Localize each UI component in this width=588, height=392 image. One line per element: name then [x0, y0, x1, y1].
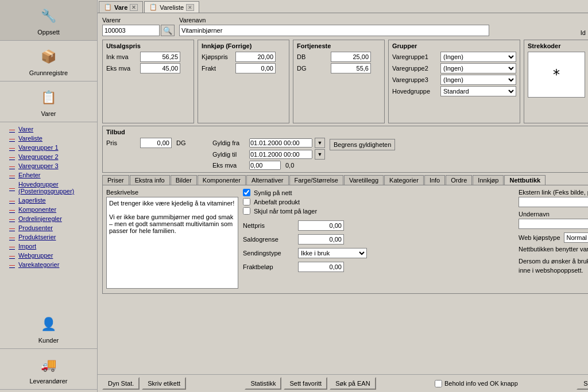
- anbefalt-checkbox[interactable]: [243, 198, 250, 205]
- eks-mva-input[interactable]: [140, 63, 180, 73]
- beskrivelse-textarea[interactable]: Det trenger ikke være kjedelig å ta vita…: [106, 197, 238, 289]
- gyldig-fra-input[interactable]: [249, 138, 312, 148]
- tab-nettbutikk[interactable]: Nettbutikk: [504, 175, 546, 185]
- saldogrense-input[interactable]: [298, 234, 344, 244]
- varenavn-input[interactable]: [179, 25, 489, 36]
- ink-mva-input[interactable]: [140, 52, 180, 62]
- skriv-etikett-button[interactable]: Skriv etikett: [142, 377, 186, 390]
- anbefalt-label: Anbefalt produkt: [254, 199, 300, 205]
- ink-mva-label: Ink mva: [106, 53, 138, 60]
- gyldig-til-row: Gyldig til ▼: [212, 149, 325, 160]
- dg-input[interactable]: [331, 63, 371, 73]
- sidebar-section-varer[interactable]: 📋 Varer: [0, 81, 97, 122]
- dyn-stat-button[interactable]: Dyn Stat.: [102, 377, 140, 390]
- sidebar-section-kunder[interactable]: 👤 Kunder: [0, 308, 97, 349]
- tab-alternativer[interactable]: Alternativer: [246, 175, 289, 185]
- grunnregistre-label: Grunnregistre: [29, 69, 68, 76]
- db-input[interactable]: [331, 52, 371, 62]
- varenr-search-button[interactable]: 🔍: [161, 25, 175, 36]
- tab-vareliste[interactable]: 📋 Vareliste ✕: [144, 1, 199, 13]
- sidebar-item-ordrelinjeregler[interactable]: Ordrelinjeregler: [0, 214, 97, 223]
- sidebar-item-produsenter[interactable]: Produsenter: [0, 223, 97, 232]
- db-label: DB: [297, 53, 328, 60]
- sidebar-section-oppsett[interactable]: 🔧 Oppsett: [0, 0, 97, 41]
- sidebar-item-varegrupper2[interactable]: Varegrupper 2: [0, 152, 97, 161]
- eks-mva-tilbud-label: Eks mva: [212, 162, 247, 169]
- fraktbelop-label: Fraktbeløp: [243, 263, 295, 270]
- strekkoder-title: Strekkoder: [528, 42, 588, 49]
- tab-info[interactable]: Info: [424, 175, 445, 185]
- tab-komponenter[interactable]: Komponenter: [198, 175, 246, 185]
- sidebar-item-hovedgrupper[interactable]: Hovedgrupper (Posteringsgrupper): [0, 180, 97, 196]
- varegruppe3-select[interactable]: (Ingen): [440, 75, 516, 85]
- nettpris-row: Nettpris: [243, 220, 514, 231]
- gyldig-til-input[interactable]: [249, 150, 312, 159]
- varenr-input[interactable]: [102, 25, 160, 36]
- sidebar-item-vareliste[interactable]: Vareliste: [0, 134, 97, 143]
- tab-innkjop[interactable]: Innkjøp: [473, 175, 504, 185]
- tab-priser[interactable]: Priser: [102, 175, 129, 185]
- saldogrense-row: Saldogrense: [243, 234, 514, 244]
- undernavn-input[interactable]: [519, 219, 588, 229]
- sidebar-item-varer[interactable]: Varer: [0, 125, 97, 134]
- tab-bilder[interactable]: Bilder: [171, 175, 197, 185]
- sidebar-item-webgrupper[interactable]: Webgrupper: [0, 251, 97, 260]
- tab-vareliste-label: Vareliste: [160, 4, 184, 11]
- grunnregistre-icon: 📦: [37, 45, 60, 68]
- panel-fortjeneste: Fortjeneste DB DG: [293, 40, 385, 123]
- sidebar-item-varekategorier[interactable]: Varekategorier: [0, 260, 97, 269]
- varegruppe1-row: Varegruppe1 (Ingen): [392, 52, 516, 62]
- gyldig-til-cal[interactable]: ▼: [315, 149, 325, 160]
- form-area: Varenr 🔍 Varenavn Id 4 Oppdatert 13.05.2…: [98, 13, 588, 374]
- hovedgruppe-select[interactable]: Standard: [440, 86, 516, 96]
- barcode-symbol: *: [552, 67, 560, 83]
- tab-vare-close[interactable]: ✕: [130, 4, 138, 11]
- tab-kategorier[interactable]: Kategorier: [384, 175, 424, 185]
- varegruppe1-select[interactable]: (Ingen): [440, 52, 516, 62]
- gyldig-til-label: Gyldig til: [212, 151, 247, 158]
- tab-varetillegg[interactable]: Varetillegg: [344, 175, 384, 185]
- varegruppe2-row: Varegruppe2 (Ingen): [392, 63, 516, 73]
- hovedgruppe-row: Hovedgruppe Standard: [392, 86, 516, 96]
- tilbud-pris-input[interactable]: [140, 138, 172, 148]
- behold-info-checkbox[interactable]: [435, 380, 442, 387]
- varegruppe2-select[interactable]: (Ingen): [440, 63, 516, 73]
- gyldig-fra-cal[interactable]: ▼: [315, 138, 325, 148]
- sidebar-item-varegrupper1[interactable]: Varegrupper 1: [0, 143, 97, 152]
- skjul-checkbox[interactable]: [243, 207, 250, 215]
- fraktbelop-input[interactable]: [298, 262, 344, 272]
- tab-ordre[interactable]: Ordre: [446, 175, 472, 185]
- begrens-button[interactable]: Begrens gyldigheten: [330, 139, 395, 150]
- sok-pa-ean-button[interactable]: Søk på EAN: [330, 377, 376, 390]
- ekstern-link-input[interactable]: [519, 197, 588, 207]
- statistikk-button[interactable]: Statistikk: [245, 377, 281, 390]
- tab-vare[interactable]: 📋 Vare ✕: [99, 1, 143, 13]
- slett-button[interactable]: Slett: [577, 377, 588, 390]
- kjopspris-input[interactable]: [235, 52, 276, 62]
- sidebar-nav: Varer Vareliste Varegrupper 1 Varegruppe…: [0, 122, 97, 306]
- nettpris-input[interactable]: [298, 220, 344, 231]
- synlig-checkbox[interactable]: [243, 189, 250, 196]
- web-kjopstype-select[interactable]: Normal: [564, 232, 588, 243]
- sidebar-item-import[interactable]: Import: [0, 242, 97, 251]
- frakt-input[interactable]: [235, 63, 276, 73]
- hovedgruppe-label: Hovedgruppe: [392, 88, 438, 95]
- tab-farge-storrelse[interactable]: Farge/Størrelse: [289, 175, 343, 185]
- tab-ekstra-info[interactable]: Ekstra info: [130, 175, 170, 185]
- tilbud-pris-row: Pris DG: [106, 138, 208, 148]
- tab-vareliste-close[interactable]: ✕: [186, 4, 194, 11]
- sidebar-item-produktserier[interactable]: Produktserier: [0, 232, 97, 242]
- sendingstype-row: Sendingstype Ikke i bruk: [243, 248, 514, 258]
- main-area: 📋 Vare ✕ 📋 Vareliste ✕ ▼ ✕ Varenr 🔍: [98, 0, 588, 392]
- sidebar-section-leverandorer[interactable]: 🚚 Leverandører: [0, 349, 97, 390]
- sett-favoritt-button[interactable]: Sett favoritt: [284, 377, 327, 390]
- sidebar-item-lagerliste[interactable]: Lagerliste: [0, 196, 97, 205]
- eks-mva-tilbud-input[interactable]: [249, 161, 281, 170]
- kjopspris-label: Kjøpspris: [202, 53, 233, 60]
- sidebar-section-grunnregistre[interactable]: 📦 Grunnregistre: [0, 41, 97, 81]
- sidebar-item-enheter[interactable]: Enheter: [0, 170, 97, 180]
- panel-strekkoder: Strekkoder *: [524, 40, 588, 123]
- sendingstype-select[interactable]: Ikke i bruk: [298, 248, 367, 258]
- sidebar-item-komponenter[interactable]: Komponenter: [0, 205, 97, 214]
- sidebar-item-varegrupper3[interactable]: Varegrupper 3: [0, 161, 97, 170]
